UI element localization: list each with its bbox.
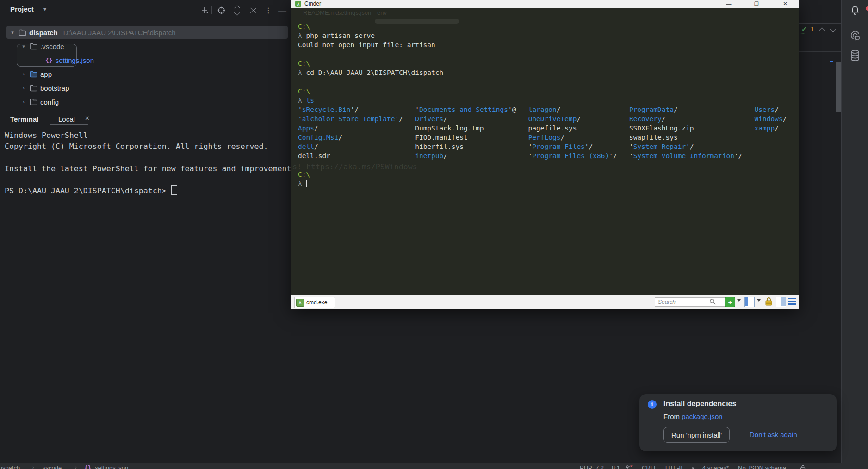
notifications-bell-icon[interactable] [849, 4, 862, 17]
breadcrumb-separator: › [32, 464, 34, 469]
cmder-app-icon: λ [295, 1, 301, 7]
tree-row-app[interactable]: › app [20, 68, 52, 80]
menu-icon[interactable] [788, 298, 796, 305]
project-panel-title[interactable]: Project [10, 5, 34, 13]
tabbar-divider [799, 23, 841, 24]
cmder-console-tab[interactable]: λ cmd.exe [294, 297, 335, 308]
run-npm-install-button[interactable]: Run 'npm install' [663, 427, 730, 443]
close-icon[interactable]: ✕ [778, 0, 792, 7]
json-file-icon: {} [45, 57, 53, 64]
tree-label[interactable]: bootstrap [40, 84, 69, 92]
project-tool-window: Project ▾ ⋮ — ▾ dispatch D:\AAU JAAU 2\D… [0, 0, 291, 107]
ai-chat-radar-icon[interactable] [849, 29, 862, 42]
project-path: D:\AAU JAAU 2\DISPATCH\dispatch [63, 29, 176, 37]
locate-file-icon[interactable] [217, 6, 226, 15]
add-icon[interactable] [200, 6, 209, 15]
install-dependencies-notification: i Install dependencies From package.json… [639, 394, 837, 451]
toolbar-divider [211, 6, 212, 14]
chevron-collapsed-icon[interactable]: › [20, 85, 27, 91]
info-icon: i [648, 400, 657, 409]
maximize-icon[interactable]: ❐ [750, 0, 763, 7]
folder-icon [30, 85, 37, 92]
chevron-down-icon[interactable] [757, 299, 761, 302]
tree-label[interactable]: settings.json [56, 56, 94, 64]
dont-ask-again-link[interactable]: Don't ask again [750, 431, 797, 438]
json-file-icon: {} [84, 464, 92, 469]
cmder-window: λ Cmder — ❐ ✕ README.md settings.json en… [291, 0, 799, 308]
ghost-editor-tab: env [377, 9, 387, 16]
tree-label[interactable]: dispatch [29, 29, 58, 37]
breadcrumb-file[interactable]: settings.json [95, 464, 128, 469]
tree-row-settings-json[interactable]: {} settings.json [43, 54, 94, 67]
terminal-panel-title[interactable]: Terminal [10, 115, 38, 123]
expand-all-icon[interactable] [232, 6, 242, 15]
json-schema[interactable]: No JSON schema [738, 464, 786, 469]
breadcrumb-separator: › [75, 464, 77, 469]
lock-icon[interactable] [765, 297, 773, 306]
line-ending[interactable]: CRLF [642, 464, 657, 469]
close-icon[interactable]: ✕ [85, 115, 90, 122]
prev-problem-icon[interactable] [819, 27, 825, 33]
inspection-squiggle-icon: ﹏ [801, 30, 805, 36]
tree-row-bootstrap[interactable]: › bootstrap [20, 81, 69, 94]
hide-panel-icon[interactable]: — [278, 6, 287, 15]
indent-setting[interactable]: 4 spaces* [702, 464, 729, 469]
chevron-down-icon[interactable]: ▾ [43, 6, 46, 12]
minimize-icon[interactable]: — [722, 0, 736, 7]
notification-badge [866, 6, 868, 11]
chevron-collapsed-icon[interactable]: › [20, 71, 27, 77]
status-bar: ispatch › vscode › {} settings.json PHP:… [0, 463, 868, 469]
ghost-editor-tab: settings.json [338, 9, 371, 16]
active-tab-indicator [50, 124, 88, 125]
right-tool-stripe [841, 0, 868, 463]
new-console-button[interactable]: + [725, 297, 735, 307]
database-icon[interactable] [849, 49, 862, 62]
cmder-statusbar: λ cmd.exe + [291, 295, 799, 309]
chevron-collapsed-icon[interactable]: › [20, 99, 27, 105]
cmder-terminal-text[interactable]: C:\λ php artisan serveCould not open inp… [298, 22, 787, 188]
notification-title: Install dependencies [663, 400, 736, 408]
cmder-terminal-area[interactable]: README.md settings.json env – – – – – – … [291, 8, 799, 295]
screen: Project ▾ ⋮ — ▾ dispatch D:\AAU JAAU 2\D… [0, 0, 868, 469]
editor-scrollbar-thumb[interactable] [836, 62, 841, 112]
editor-area: ✓ ﹏ 1 [799, 0, 841, 463]
php-version[interactable]: PHP: 7.2 [580, 464, 604, 469]
package-json-link[interactable]: package.json [682, 413, 722, 420]
split-view-button[interactable] [776, 297, 786, 307]
inspection-warning-count[interactable]: 1 [811, 25, 814, 33]
notification-from-text: From [663, 413, 682, 420]
console-layout-button[interactable] [744, 297, 755, 307]
powershell-output[interactable]: Windows PowerShellCopyright (C) Microsof… [5, 130, 291, 197]
scrollbar-mark [830, 61, 833, 62]
file-encoding[interactable]: UTF-8 [665, 464, 682, 469]
git-branch-error-icon[interactable] [626, 465, 634, 469]
caret-position[interactable]: 8:1 [612, 464, 620, 469]
terminal-tab-local[interactable]: Local [58, 115, 75, 123]
breadcrumb-folder[interactable]: vscode [43, 464, 62, 469]
editor-split-divider [799, 51, 841, 52]
collapse-all-icon[interactable] [248, 6, 258, 15]
folder-icon [19, 29, 26, 36]
ghost-editor-tab: README.md [303, 9, 339, 16]
tree-row-config[interactable]: › config [20, 95, 59, 108]
breadcrumb-project[interactable]: ispatch [1, 464, 20, 469]
folder-icon [30, 71, 37, 78]
indent-icon [692, 465, 700, 469]
tree-row-dispatch[interactable]: ▾ dispatch D:\AAU JAAU 2\DISPATCH\dispat… [9, 26, 176, 39]
folder-icon [30, 99, 37, 105]
lambda-icon: λ [296, 299, 304, 307]
cmder-window-title: Cmder [304, 0, 321, 7]
more-options-icon[interactable]: ⋮ [264, 6, 273, 15]
chevron-down-icon[interactable] [737, 299, 741, 302]
cmder-titlebar[interactable]: λ Cmder — ❐ ✕ [291, 0, 799, 8]
tree-label[interactable]: app [40, 70, 52, 78]
next-problem-icon[interactable] [830, 26, 836, 32]
console-tab-label: cmd.exe [306, 299, 327, 306]
terminal-tool-window: Terminal Local ✕ Windows PowerShellCopyr… [0, 107, 291, 463]
chevron-expanded-icon[interactable]: ▾ [9, 30, 16, 36]
tree-label[interactable]: config [40, 98, 59, 106]
unlock-icon[interactable] [800, 465, 806, 469]
search-icon [709, 298, 716, 305]
notification-subtitle: From package.json [663, 413, 723, 420]
search-input[interactable] [655, 297, 731, 307]
